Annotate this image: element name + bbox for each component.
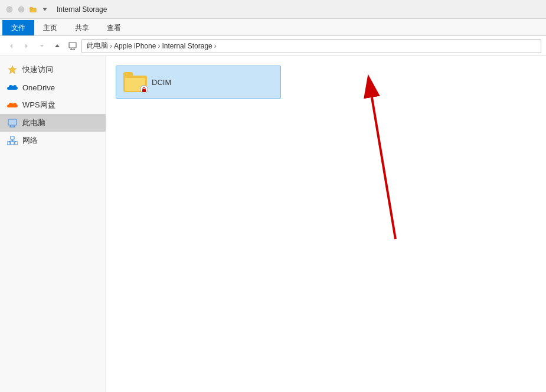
sidebar-label-wps: WPS网盘 <box>22 100 55 110</box>
wps-cloud-icon <box>7 100 18 110</box>
back-button[interactable] <box>5 40 18 53</box>
onedrive-icon <box>7 82 18 93</box>
tab-view[interactable]: 查看 <box>98 20 130 35</box>
svg-marker-5 <box>10 44 12 48</box>
content-area: DCIM <box>106 56 546 392</box>
ribbon: 文件 主页 共享 查看 <box>0 19 546 36</box>
minimize-icon[interactable] <box>5 5 14 14</box>
sidebar-label-thispc: 此电脑 <box>22 117 45 128</box>
recent-button[interactable] <box>35 40 48 53</box>
svg-line-28 <box>372 97 395 239</box>
svg-rect-20 <box>7 142 10 145</box>
pc-icon <box>66 40 79 53</box>
up-button[interactable] <box>51 40 64 53</box>
sidebar: 快速访问 OneDrive WPS网盘 <box>0 56 106 392</box>
svg-rect-21 <box>15 142 18 145</box>
sidebar-label-onedrive: OneDrive <box>22 83 55 92</box>
window-title: Internal Storage <box>57 5 107 14</box>
svg-rect-9 <box>69 43 76 48</box>
sidebar-item-thispc[interactable]: 此电脑 <box>0 114 106 132</box>
maximize-icon[interactable] <box>17 5 26 14</box>
forward-button[interactable] <box>20 40 33 53</box>
path-iphone: Apple iPhone <box>114 42 156 50</box>
computer-icon <box>7 117 18 128</box>
sidebar-item-onedrive[interactable]: OneDrive <box>0 79 106 96</box>
folder-dcim[interactable]: DCIM <box>116 66 281 99</box>
down-arrow-icon[interactable] <box>40 5 50 14</box>
title-bar: Internal Storage <box>0 0 546 19</box>
svg-rect-19 <box>11 142 14 145</box>
svg-rect-22 <box>11 136 14 139</box>
arrow-annotation <box>336 80 455 247</box>
tab-share[interactable]: 共享 <box>66 20 98 35</box>
window-controls[interactable] <box>5 5 50 14</box>
folder-label-dcim: DCIM <box>152 78 171 87</box>
main-layout: 快速访问 OneDrive WPS网盘 <box>0 56 546 392</box>
svg-rect-18 <box>9 120 16 125</box>
address-bar: 此电脑 › Apple iPhone › Internal Storage › <box>0 36 546 56</box>
sidebar-item-network[interactable]: 网络 <box>0 132 106 149</box>
network-icon <box>7 135 18 146</box>
svg-marker-6 <box>25 44 28 48</box>
path-sep-3: › <box>214 42 217 50</box>
sidebar-item-quickaccess[interactable]: 快速访问 <box>0 61 106 79</box>
tab-file[interactable]: 文件 <box>2 20 34 35</box>
sidebar-label-network: 网络 <box>22 135 38 146</box>
svg-marker-4 <box>42 8 47 11</box>
svg-point-0 <box>6 6 12 12</box>
sidebar-label-quickaccess: 快速访问 <box>22 64 53 75</box>
path-sep-1: › <box>110 42 112 50</box>
folder-icon-dcim <box>123 72 147 92</box>
tab-home[interactable]: 主页 <box>34 20 66 35</box>
star-icon <box>7 64 18 75</box>
svg-rect-26 <box>142 89 146 92</box>
ribbon-tabs: 文件 主页 共享 查看 <box>0 19 546 35</box>
path-computer: 此电脑 <box>87 41 108 51</box>
path-storage: Internal Storage <box>162 42 212 50</box>
svg-marker-13 <box>8 66 17 74</box>
svg-rect-3 <box>30 7 33 9</box>
lock-icon <box>140 85 148 93</box>
svg-marker-8 <box>55 44 60 47</box>
folder-icon <box>28 5 38 14</box>
svg-marker-7 <box>40 45 44 47</box>
address-path[interactable]: 此电脑 › Apple iPhone › Internal Storage › <box>81 39 541 53</box>
svg-point-1 <box>18 6 24 12</box>
sidebar-item-wps[interactable]: WPS网盘 <box>0 96 106 114</box>
path-sep-2: › <box>158 42 160 50</box>
